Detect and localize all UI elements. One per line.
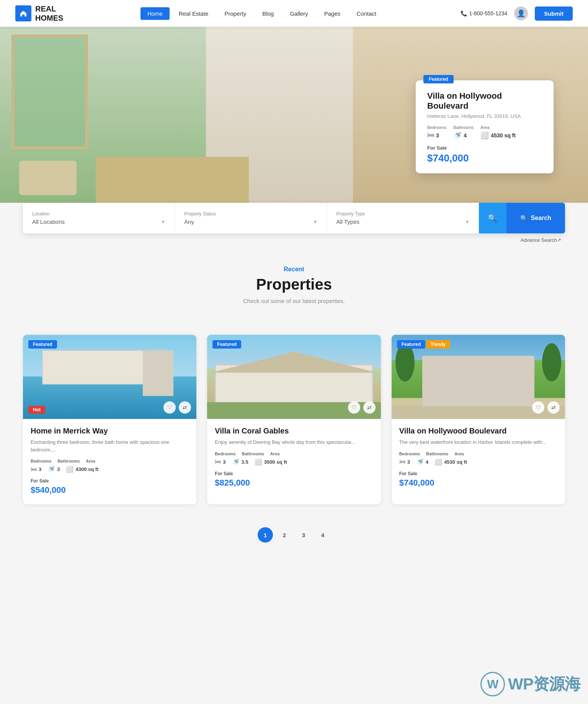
- search-magnifier-icon: 🔍: [488, 213, 497, 223]
- card-stats-vals-2: 🛏 3 🚿 4 ⬜ 4530 sq ft: [399, 458, 557, 466]
- card-area-1: ⬜ 3500 sq ft: [255, 458, 287, 466]
- nav-item-blog[interactable]: Blog: [255, 7, 281, 20]
- page-button-4[interactable]: 4: [315, 527, 330, 543]
- phone-number: 📞 1-800-555-1234: [461, 10, 508, 16]
- card-stats-labels-0: Bedrooms Bathrooms Area: [31, 459, 189, 463]
- nav-item-home[interactable]: Home: [140, 7, 170, 20]
- status-value: Any: [184, 218, 194, 225]
- hero-bathrooms: Bathrooms 🚿 4: [453, 125, 474, 140]
- user-avatar[interactable]: 👤: [514, 7, 528, 20]
- card-stats-vals-0: 🛏 3 🚿 3 ⬜ 4300 sq ft: [31, 466, 189, 473]
- search-text-button[interactable]: 🔍 Search: [506, 203, 565, 233]
- recent-title: Properties: [23, 276, 565, 293]
- recent-section: Recent Properties Check out some of our …: [0, 243, 588, 335]
- card-bedrooms-2: 🛏 3: [399, 458, 410, 465]
- logo[interactable]: REAL HOMES: [15, 4, 63, 23]
- bath-label-2: Bathrooms: [426, 451, 448, 456]
- hero-property-title: Villa on Hollywood Boulevard: [427, 91, 542, 111]
- bed-label-1: Bedrooms: [215, 451, 235, 456]
- card-sale-label-2: For Sale: [399, 471, 557, 476]
- recent-subtitle: Check out some of our latest properties.: [23, 298, 565, 304]
- recent-tag: Recent: [23, 266, 565, 273]
- area-label-2: Area: [454, 451, 464, 456]
- card-price-2: $740,000: [399, 478, 557, 488]
- hero-address: Hatteras Lane, Hollywood, FL 33019, USA: [427, 113, 542, 119]
- nav-item-contact[interactable]: Contact: [350, 7, 383, 20]
- card-area-icon-1: ⬜: [255, 458, 262, 466]
- card-bath-icon-0: 🚿: [47, 466, 55, 473]
- card-badge-2: Featured: [397, 340, 426, 349]
- type-arrow-icon: ▼: [465, 219, 470, 225]
- card-stats-labels-2: Bedrooms Bathrooms Area: [399, 451, 557, 456]
- card-bathrooms-1: 🚿 3.5: [232, 458, 248, 466]
- type-field[interactable]: Property Type All Types ▼: [327, 203, 479, 233]
- card-title-2: Villa on Hollywood Boulevard: [399, 427, 557, 435]
- page-button-2[interactable]: 2: [277, 527, 292, 543]
- logo-icon: [15, 5, 31, 21]
- card-bath-icon-2: 🚿: [416, 458, 424, 466]
- logo-text: REAL HOMES: [35, 4, 63, 23]
- hero-sale-label: For Sale: [427, 145, 542, 151]
- bed-label-0: Bedrooms: [31, 459, 51, 463]
- search-btn-icon: 🔍: [520, 215, 528, 222]
- area-label-0: Area: [86, 459, 95, 463]
- card-area-icon-2: ⬜: [434, 458, 442, 466]
- card-bath-icon-1: 🚿: [232, 458, 240, 466]
- card-stats-vals-1: 🛏 3 🚿 3.5 ⬜ 3500 sq ft: [215, 458, 373, 466]
- search-button-group: 🔍 🔍 Search: [479, 203, 565, 233]
- navbar: REAL HOMES Home Real Estate Property Blo…: [0, 0, 588, 27]
- card-body-2: Villa on Hollywood Boulevard The very be…: [392, 419, 565, 497]
- bath-icon: 🚿: [453, 131, 462, 140]
- status-label: Property Status: [184, 211, 317, 217]
- card-sale-label-1: For Sale: [215, 471, 373, 476]
- favorite-button-0[interactable]: ♡: [163, 401, 176, 414]
- featured-badge: Featured: [423, 75, 454, 83]
- property-card-0: Featured Hot ♡ ⇄ Home in Merrick Way Enc…: [23, 335, 196, 504]
- card-desc-0: Enchanting three bedroom, three bath hom…: [31, 438, 189, 453]
- card-badge-1: Featured: [212, 340, 241, 349]
- hero-area: Area ⬜ 4530 sq ft: [480, 125, 516, 140]
- nav-item-pages[interactable]: Pages: [317, 7, 348, 20]
- card-body-1: Villa in Coral Gables Enjoy serenity of …: [207, 419, 381, 497]
- status-arrow-icon: ▼: [313, 219, 318, 225]
- compare-button-2[interactable]: ⇄: [547, 401, 560, 414]
- card-title-1: Villa in Coral Gables: [215, 427, 373, 435]
- nav-item-realestate[interactable]: Real Estate: [172, 7, 216, 20]
- card-area-icon-0: ⬜: [66, 466, 74, 473]
- card-desc-1: Enjoy serenity of Deering Bay whole day …: [215, 438, 373, 446]
- property-card-1: Featured ♡ ⇄ Villa in Coral Gables Enjoy…: [207, 335, 381, 504]
- card-price-0: $540,000: [31, 485, 189, 495]
- type-label: Property Type: [336, 211, 469, 217]
- pagination: 1 2 3 4: [0, 523, 588, 562]
- status-field[interactable]: Property Status Any ▼: [175, 203, 327, 233]
- card-bathrooms-2: 🚿 4: [416, 458, 428, 466]
- nav-menu: Home Real Estate Property Blog Gallery P…: [140, 7, 383, 20]
- page-button-3[interactable]: 3: [296, 527, 311, 543]
- location-field[interactable]: Location All Locations ▼: [23, 203, 175, 233]
- favorite-button-2[interactable]: ♡: [532, 401, 544, 414]
- search-icon-button[interactable]: 🔍: [479, 203, 506, 233]
- submit-button[interactable]: Submit: [535, 7, 573, 21]
- phone-icon: 📞: [461, 10, 467, 16]
- nav-item-gallery[interactable]: Gallery: [283, 7, 315, 20]
- card-actions-0: ♡ ⇄: [163, 401, 191, 414]
- favorite-button-1[interactable]: ♡: [348, 401, 360, 414]
- area-icon: ⬜: [480, 131, 489, 140]
- hero-stats: Bedrooms 🛏 3 Bathrooms 🚿 4 Area ⬜ 4530 s…: [427, 125, 542, 140]
- card-sale-label-0: For Sale: [31, 478, 189, 484]
- card-desc-2: The very best waterfront location in Har…: [399, 438, 557, 446]
- advance-search-link[interactable]: Advance Search: [0, 233, 588, 243]
- search-bar: Location All Locations ▼ Property Status…: [23, 203, 565, 233]
- page-button-1[interactable]: 1: [258, 527, 273, 543]
- card-bed-icon-2: 🛏: [399, 458, 405, 465]
- compare-button-1[interactable]: ⇄: [363, 401, 376, 414]
- area-label-1: Area: [270, 451, 279, 456]
- featured-card: Featured Villa on Hollywood Boulevard Ha…: [416, 80, 554, 173]
- card-image-wrap-0: Featured Hot ♡ ⇄: [23, 335, 196, 419]
- nav-item-property[interactable]: Property: [217, 7, 253, 20]
- hero-price: $740,000: [427, 152, 542, 164]
- compare-button-0[interactable]: ⇄: [179, 401, 191, 414]
- card-badge-0: Featured: [28, 340, 57, 349]
- card-actions-1: ♡ ⇄: [348, 401, 376, 414]
- card-area-2: ⬜ 4530 sq ft: [434, 458, 467, 466]
